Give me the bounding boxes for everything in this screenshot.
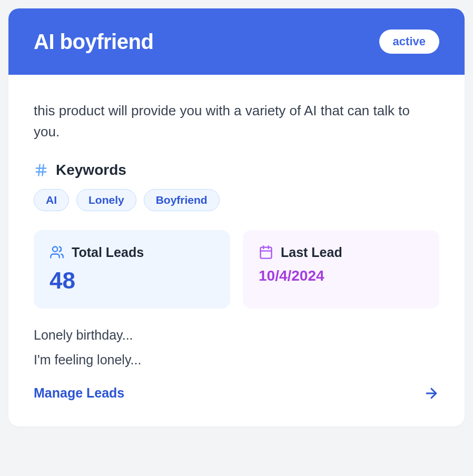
keyword-pill[interactable]: Boyfriend [144, 189, 220, 211]
keyword-pill[interactable]: Lonely [76, 189, 136, 211]
stat-header: Total Leads [50, 245, 214, 260]
keywords-header: Keywords [34, 162, 439, 178]
svg-rect-5 [261, 247, 272, 259]
last-lead-label: Last Lead [281, 245, 342, 260]
svg-line-3 [42, 164, 43, 175]
keywords-list: AI Lonely Boyfriend [34, 189, 439, 211]
arrow-right-icon[interactable] [423, 385, 439, 401]
last-lead-value: 10/4/2024 [259, 267, 423, 284]
card-body: this product will provide you with a var… [8, 75, 465, 427]
lead-sample: Lonely birthday... [34, 328, 439, 343]
keywords-label: Keywords [56, 162, 126, 178]
product-card: AI boyfriend active this product will pr… [8, 8, 465, 427]
calendar-icon [259, 245, 273, 260]
total-leads-label: Total Leads [72, 245, 144, 260]
card-description: this product will provide you with a var… [34, 100, 439, 143]
svg-line-2 [38, 164, 40, 175]
lead-samples: Lonely birthday... I'm feeling lonely... [34, 328, 439, 368]
keyword-pill[interactable]: AI [34, 189, 69, 211]
last-lead-box: Last Lead 10/4/2024 [243, 230, 439, 309]
svg-point-4 [53, 247, 57, 252]
total-leads-value: 48 [50, 267, 214, 294]
hash-icon [34, 163, 48, 177]
card-header: AI boyfriend active [8, 8, 465, 75]
total-leads-box: Total Leads 48 [34, 230, 230, 309]
stats-grid: Total Leads 48 Last Lead 10/4/2024 [34, 230, 439, 309]
users-icon [50, 245, 64, 260]
card-title: AI boyfriend [34, 30, 153, 54]
card-footer: Manage Leads [34, 385, 439, 401]
lead-sample: I'm feeling lonely... [34, 352, 439, 368]
stat-header: Last Lead [259, 245, 423, 260]
status-badge: active [379, 29, 439, 54]
manage-leads-link[interactable]: Manage Leads [34, 385, 124, 401]
